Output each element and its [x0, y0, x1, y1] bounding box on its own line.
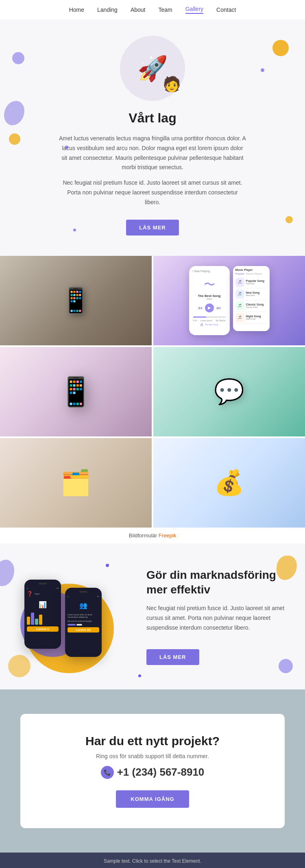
footer-sample-text: Sample text. Click to select the Text El…	[104, 858, 201, 864]
marketing-section: ≡••• ❓ Team 📊 Lorem s	[0, 543, 305, 689]
blob-purple-topleft	[12, 52, 24, 64]
marketing-dot-1	[106, 564, 109, 567]
cta-phone-row: 📞 +1 (234) 567-8910	[37, 766, 268, 779]
blob-orange-topright	[272, 40, 289, 56]
phone-1-lorem-badge: Lorem s	[27, 626, 59, 632]
footer: Sample text. Click to select the Text El…	[0, 853, 305, 868]
blob-yellow-bottomright	[285, 216, 293, 223]
person-icon: 🧑	[163, 76, 181, 93]
team-title: Vårt lag	[8, 111, 297, 126]
nav-home[interactable]: Home	[69, 7, 84, 13]
gallery-cell-music-app[interactable]: ‹ Now Playing 〜 The Best Song Artist ⏮ ▶…	[153, 256, 305, 345]
hero-circle: 🚀 🧑	[120, 36, 185, 101]
nav-about[interactable]: About	[131, 7, 146, 13]
gallery-cell-phones-hands[interactable]	[0, 256, 152, 345]
team-paragraph-1: Amet luctus venenatis lectus magna fring…	[59, 134, 246, 172]
phone-header-1: ≡•••	[27, 587, 59, 589]
prev-icon[interactable]: ⏮	[198, 305, 203, 311]
play-button[interactable]: ▶	[205, 303, 214, 312]
marketing-title: Gör din marknadsföring mer effektiv	[146, 568, 289, 598]
gallery-cell-messaging[interactable]	[153, 347, 305, 436]
marketing-paragraph: Nec feugiat nisl pretium fusce id. Justo…	[146, 604, 289, 632]
cta-title: Har du ett nytt projekt?	[37, 734, 268, 748]
main-navigation: Home Landing About Team Gallery Contact	[0, 0, 305, 20]
marketing-blob-purple-left	[0, 560, 14, 586]
marketing-blob-orange-topright	[277, 556, 297, 580]
phone-icon: 📞	[101, 766, 114, 779]
marketing-phone-1: ≡••• ❓ Team 📊 Lorem s	[24, 580, 61, 649]
gallery-cell-cards[interactable]	[0, 438, 152, 528]
next-icon[interactable]: ⏭	[216, 305, 221, 311]
blob-yellow-bottomleft	[9, 133, 20, 145]
music-player-card: Music Player Popular Recent Played 🎵 Pop…	[233, 266, 270, 331]
song-item-4: 🎵 Night Song Night Artist	[235, 312, 267, 324]
las-mer-button-marketing[interactable]: LÄS MER	[146, 649, 199, 665]
nav-gallery[interactable]: Gallery	[185, 6, 203, 14]
gallery-credit: Bildformulär Freepik	[0, 528, 305, 543]
song-item-2: 🎵 New Song New Artist	[235, 288, 267, 300]
song-item-1: 🎵 Popular Song Pop Artist	[235, 277, 267, 288]
marketing-phones-area: ≡••• ❓ Team 📊 Lorem s	[16, 576, 130, 657]
marketing-blob-purple-bottomright	[279, 659, 293, 673]
marketing-text-area: Gör din marknadsföring mer effektiv Nec …	[146, 568, 289, 665]
marketing-dot-2	[138, 674, 141, 677]
progress-bar	[193, 316, 226, 318]
blob-dot-bottom	[73, 229, 76, 231]
phone-2-lorem-badge: Lorem sit	[68, 627, 99, 632]
song-item-3: 🎵 Classic Song Classic Artist	[235, 300, 267, 312]
las-mer-button-team[interactable]: LÄS MER	[126, 220, 179, 236]
phone-screen-1: ≡••• ❓ Team 📊 Lorem s	[24, 580, 61, 649]
cta-phone-number: +1 (234) 567-8910	[117, 766, 205, 779]
play-controls: ⏮ ▶ ⏭	[198, 303, 221, 312]
audio-wave-icon: 〜	[204, 277, 215, 292]
marketing-blob-yellow-bottomleft	[8, 655, 30, 677]
nav-landing[interactable]: Landing	[97, 7, 118, 13]
cta-section: Har du ett nytt projekt? Ring oss för sn…	[0, 689, 305, 853]
credit-text: Bildformulär	[129, 532, 159, 539]
phone-screen-2: ≡••• 👥 Lorem ipsum dolor sit amet consec…	[65, 588, 102, 657]
progress-fill	[193, 316, 206, 318]
music-artist: Artist	[207, 298, 212, 300]
cta-subtitle: Ring oss för snabb support till detta nu…	[37, 753, 268, 759]
phone-header-2: ≡•••	[68, 595, 99, 598]
nav-contact[interactable]: Contact	[216, 7, 236, 13]
gallery-grid: ‹ Now Playing 〜 The Best Song Artist ⏮ ▶…	[0, 256, 305, 528]
gallery-cell-wallet[interactable]	[153, 438, 305, 528]
gallery-cell-iphone12[interactable]	[0, 347, 152, 436]
music-song-title: The Best Song	[198, 294, 220, 298]
komma-igang-button[interactable]: KOMMA IGÅNG	[116, 790, 189, 808]
cta-box: Har du ett nytt projekt? Ring oss för sn…	[20, 714, 285, 828]
music-now-playing-card: ‹ Now Playing 〜 The Best Song Artist ⏮ ▶…	[189, 266, 230, 335]
marketing-phone-2: ≡••• 👥 Lorem ipsum dolor sit amet consec…	[65, 588, 102, 657]
nav-team[interactable]: Team	[158, 7, 172, 13]
blob-dot-topright	[261, 68, 264, 72]
freepik-link[interactable]: Freepik	[159, 532, 176, 539]
team-section: 🚀 🧑 Vårt lag Amet luctus venenatis lectu…	[0, 20, 305, 256]
marketing-phones-mockup: ≡••• ❓ Team 📊 Lorem s	[24, 580, 130, 657]
gallery-section: ‹ Now Playing 〜 The Best Song Artist ⏮ ▶…	[0, 256, 305, 543]
team-paragraph-2: Nec feugiat nisl pretium fusce id. Justo…	[59, 178, 246, 207]
